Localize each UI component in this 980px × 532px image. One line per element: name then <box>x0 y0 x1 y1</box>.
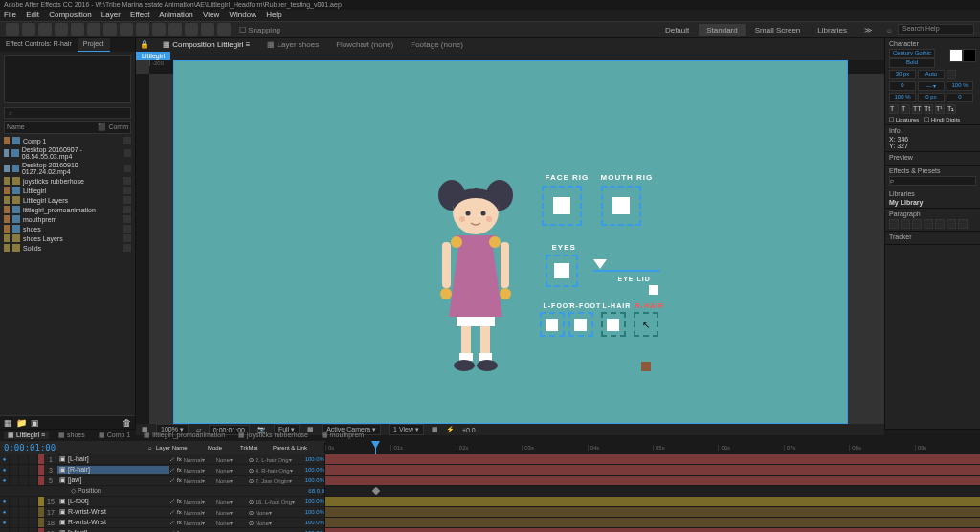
face-rig-control[interactable] <box>542 186 582 226</box>
workspace-standard[interactable]: Standard <box>699 24 745 36</box>
comp-tab-flowchart[interactable]: Flowchart (none) <box>332 38 397 51</box>
justify-center-icon[interactable] <box>935 219 945 229</box>
comp-tab-footage[interactable]: Footage (none) <box>407 38 467 51</box>
pixel-aspect-icon[interactable]: ▦ <box>432 426 438 433</box>
tl-tab-comp1[interactable]: ▦ Comp 1 <box>95 432 134 439</box>
eye-lid-slider[interactable] <box>593 270 660 272</box>
tab-effect-controls[interactable]: Effect Controls: R-hair <box>0 38 78 52</box>
comp-name-label[interactable]: Littlegirl <box>136 52 170 60</box>
menu-composition[interactable]: Composition <box>49 11 91 19</box>
timeline-icon[interactable]: +0.0 <box>462 427 476 433</box>
pan-behind-tool-icon[interactable] <box>87 23 100 36</box>
baseline-input[interactable]: 0 px <box>918 93 945 102</box>
font-size-input[interactable]: 30 px <box>889 70 916 79</box>
bold-icon[interactable]: T <box>889 104 899 114</box>
project-item[interactable]: Littlegirl <box>0 186 135 195</box>
menu-file[interactable]: File <box>4 11 16 19</box>
menu-animation[interactable]: Animation <box>159 11 193 19</box>
type-tool-icon[interactable] <box>136 23 149 36</box>
search-layers-input[interactable]: ⌕ <box>148 445 152 451</box>
project-item[interactable]: Solids <box>0 243 135 253</box>
align-center-icon[interactable] <box>901 219 910 229</box>
hand-tool-icon[interactable] <box>22 23 35 36</box>
caps-icon[interactable]: TT <box>912 104 922 114</box>
layer-row[interactable]: ●17▣ R-wrist-Wrist⟋fxNormal▾None▾⊙None▾1… <box>0 507 980 518</box>
camera-tool-icon[interactable] <box>71 23 84 36</box>
tl-tab-promo[interactable]: ▦ littlegirl_promoanimation <box>140 432 229 439</box>
workspace-more[interactable]: ≫ <box>857 24 880 36</box>
composition-canvas[interactable]: FACE RIG MOUTH RIG EYES EYE LID L-FOOT R… <box>173 60 848 424</box>
layer-row[interactable]: ●15▣ [L-foot]⟋fxNormal▾None▾⊙16. L-foot … <box>0 497 980 507</box>
justify-right-icon[interactable] <box>947 219 956 229</box>
workspace-default[interactable]: Default <box>657 24 697 36</box>
tracking-input[interactable]: 0 <box>889 81 916 91</box>
tl-tab-joysticks[interactable]: ▦ joysticks rubberhose <box>234 432 312 439</box>
align-left-icon[interactable] <box>889 219 899 229</box>
hscale-input[interactable]: 100 % <box>889 93 916 102</box>
comp-tab-layer[interactable]: ▦ Layer shoes <box>263 38 323 51</box>
stroke-input[interactable]: — ▾ <box>918 81 945 91</box>
ligatures-checkbox[interactable]: ☐ Ligatures <box>889 116 919 122</box>
timecode[interactable]: 0:00:01:00 <box>4 443 56 453</box>
layer-row[interactable]: ●18▣ R-wrist-Wrist⟋fxNormal▾None▾⊙None▾1… <box>0 518 980 528</box>
r-foot-control[interactable] <box>568 312 593 337</box>
r-hair-handle[interactable] <box>641 362 651 371</box>
font-select[interactable]: Century Gothic <box>889 49 935 58</box>
eye-lid-box[interactable] <box>649 285 658 295</box>
project-item[interactable]: mouthprem <box>0 214 135 224</box>
superscript-icon[interactable]: T¹ <box>935 104 945 114</box>
viewport[interactable]: -200-10001002003004005006007008009001000… <box>136 60 884 424</box>
selection-tool-icon[interactable] <box>6 23 19 36</box>
col-name[interactable]: Name <box>7 123 25 131</box>
puppet-tool-icon[interactable] <box>217 23 231 36</box>
workspace-libraries[interactable]: Libraries <box>810 24 855 36</box>
layer-row[interactable]: ●1▣ [L-hair]⟋fxNormal▾None▾⊙2. L-hair Or… <box>0 454 980 465</box>
trash-icon[interactable]: 🗑 <box>122 418 131 428</box>
font-weight-select[interactable]: Bold <box>889 58 935 68</box>
project-item[interactable]: Comp 1 <box>0 136 135 145</box>
fill-color[interactable] <box>949 49 963 62</box>
justify-left-icon[interactable] <box>924 219 933 229</box>
effects-search-input[interactable]: ⌕ <box>889 176 976 186</box>
new-folder-icon[interactable]: 📁 <box>16 418 27 428</box>
menu-edit[interactable]: Edit <box>26 11 39 19</box>
project-item[interactable]: joysticks rubberhose <box>0 176 135 186</box>
r-hair-control[interactable]: ↖ <box>634 312 658 337</box>
menu-view[interactable]: View <box>203 11 219 19</box>
tab-project[interactable]: Project <box>78 38 110 52</box>
l-foot-control[interactable] <box>540 312 565 337</box>
fast-preview-icon[interactable]: ⚡ <box>446 426 455 433</box>
align-right-icon[interactable] <box>912 219 922 229</box>
eyes-control[interactable] <box>546 255 578 287</box>
panel-lock-icon[interactable]: 🔒 <box>140 40 149 49</box>
menu-window[interactable]: Window <box>229 11 256 19</box>
menu-help[interactable]: Help <box>266 11 281 19</box>
menu-effect[interactable]: Effect <box>130 11 149 19</box>
layer-row[interactable]: ◇ Position68.0,0 <box>0 486 980 497</box>
l-hair-control[interactable] <box>601 312 626 337</box>
interpret-icon[interactable]: ▦ <box>4 418 12 428</box>
project-item[interactable]: shoes Layers <box>0 233 135 243</box>
menu-layer[interactable]: Layer <box>101 11 121 19</box>
smallcaps-icon[interactable]: Tt <box>924 104 933 114</box>
tl-tab-littlegirl[interactable]: ▦ Littlegirl ≡ <box>4 432 49 439</box>
project-item[interactable]: Desktop 20160907 - 08.54.55.03.mp4 <box>0 145 135 161</box>
brush-tool-icon[interactable] <box>152 23 166 36</box>
eye-lid-handle[interactable] <box>593 259 607 269</box>
kerning-icon[interactable] <box>947 70 956 79</box>
layer-row[interactable]: ●3▣ [R-hair]⟋fxNormal▾None▾⊙4. R-hair Or… <box>0 465 980 476</box>
snapping-checkbox[interactable]: ☐ Snapping <box>239 26 280 34</box>
new-comp-icon[interactable]: ▣ <box>31 418 39 428</box>
search-help-input[interactable]: Search Help <box>898 24 974 35</box>
tsume-input[interactable]: 0 <box>947 93 973 102</box>
subscript-icon[interactable]: T₁ <box>947 104 956 114</box>
vscale-input[interactable]: 100 % <box>947 81 973 91</box>
justify-all-icon[interactable] <box>958 219 968 229</box>
tl-tab-shoes[interactable]: ▦ shoes <box>55 432 89 439</box>
zoom-tool-icon[interactable] <box>38 23 52 36</box>
roto-tool-icon[interactable] <box>201 23 214 36</box>
col-comment[interactable]: ⬛ Comm <box>98 123 128 131</box>
project-filter-input[interactable]: ⌕ <box>4 107 131 119</box>
mouth-rig-control[interactable] <box>601 186 641 226</box>
layer-row[interactable]: ●19▣ [r-foot]⟋fxNormal▾None▾⊙16. L-foot … <box>0 528 980 532</box>
